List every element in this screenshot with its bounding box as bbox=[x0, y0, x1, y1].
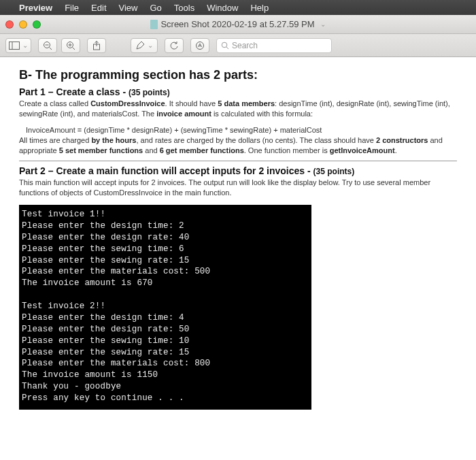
macos-menubar: Preview File Edit View Go Tools Window H… bbox=[0, 0, 476, 15]
svg-point-12 bbox=[222, 42, 227, 48]
search-placeholder: Search bbox=[232, 41, 258, 50]
sidebar-icon bbox=[9, 42, 20, 50]
markup-button[interactable] bbox=[190, 38, 209, 53]
part1-points: (35 points) bbox=[129, 88, 170, 97]
zoom-in-button[interactable] bbox=[61, 38, 80, 53]
search-icon bbox=[221, 42, 229, 50]
menu-window[interactable]: Window bbox=[207, 3, 238, 13]
search-input[interactable]: Search bbox=[216, 38, 332, 53]
svg-line-3 bbox=[50, 47, 52, 50]
share-button[interactable] bbox=[87, 38, 106, 53]
part1-heading: Part 1 – Create a class - (35 points) bbox=[19, 86, 457, 97]
svg-rect-0 bbox=[10, 42, 20, 49]
menu-view[interactable]: View bbox=[119, 3, 138, 13]
markup-icon bbox=[195, 41, 205, 50]
title-dropdown-chevron-icon[interactable]: ⌄ bbox=[320, 20, 326, 28]
rotate-icon bbox=[169, 41, 179, 50]
preview-toolbar: ⌄ ⌄ Search bbox=[0, 34, 476, 57]
menu-file[interactable]: File bbox=[65, 3, 79, 13]
highlight-icon bbox=[135, 41, 145, 50]
divider bbox=[19, 161, 457, 161]
part2-points: (35 points) bbox=[313, 167, 355, 176]
window-title: Screen Shot 2020-02-19 at 5.27.59 PM ⌄ bbox=[0, 19, 476, 29]
highlight-button[interactable]: ⌄ bbox=[131, 38, 158, 53]
part1-para2: All times are charged by the hours, and … bbox=[19, 135, 457, 156]
menu-edit[interactable]: Edit bbox=[91, 3, 106, 13]
menu-help[interactable]: Help bbox=[250, 3, 269, 13]
section-heading: B- The programming section has 2 parts: bbox=[19, 68, 457, 82]
menu-go[interactable]: Go bbox=[150, 3, 161, 13]
console-output: Test invoice 1!! Please enter the design… bbox=[19, 205, 311, 410]
chevron-down-icon: ⌄ bbox=[148, 42, 153, 49]
app-name[interactable]: Preview bbox=[19, 3, 52, 13]
part1-para1: Create a class called CustomDressInvoice… bbox=[19, 99, 457, 119]
rotate-button[interactable] bbox=[165, 38, 184, 53]
share-icon bbox=[92, 41, 101, 50]
zoom-out-button[interactable] bbox=[38, 38, 57, 53]
zoom-out-icon bbox=[43, 41, 52, 50]
document-page: B- The programming section has 2 parts: … bbox=[0, 57, 476, 460]
sidebar-view-button[interactable]: ⌄ bbox=[5, 38, 31, 53]
zoom-in-icon bbox=[66, 41, 75, 50]
part2-title: Part 2 – Create a main function will acc… bbox=[19, 165, 311, 176]
part2-heading: Part 2 – Create a main function will acc… bbox=[19, 165, 457, 176]
formula-text: InvoiceAmount = (designTime * designRate… bbox=[26, 126, 457, 134]
part2-para: This main function will accept inputs fo… bbox=[19, 178, 457, 198]
svg-line-6 bbox=[73, 47, 75, 50]
window-title-text: Screen Shot 2020-02-19 at 5.27.59 PM bbox=[160, 19, 314, 29]
svg-line-13 bbox=[226, 47, 228, 49]
chevron-down-icon: ⌄ bbox=[22, 42, 28, 49]
window-titlebar: Screen Shot 2020-02-19 at 5.27.59 PM ⌄ bbox=[0, 15, 476, 34]
menu-tools[interactable]: Tools bbox=[174, 3, 194, 13]
part1-title: Part 1 – Create a class - bbox=[19, 86, 126, 97]
document-proxy-icon[interactable] bbox=[150, 20, 158, 29]
